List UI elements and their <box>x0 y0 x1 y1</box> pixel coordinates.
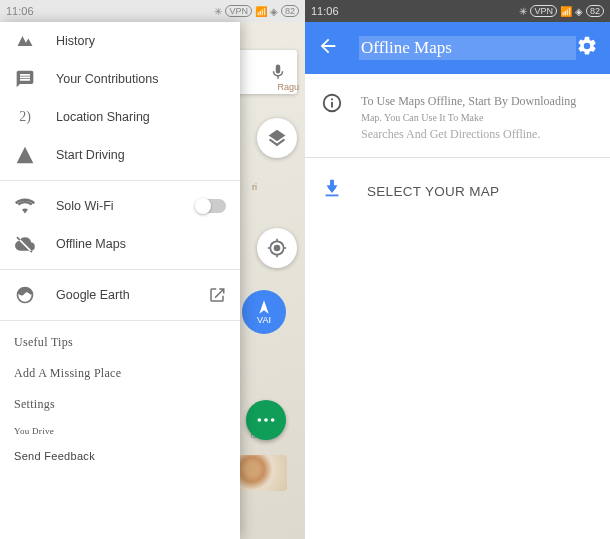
menu-settings[interactable]: Settings <box>0 389 240 420</box>
svg-point-0 <box>258 418 262 422</box>
google-earth-icon <box>14 284 36 306</box>
status-time: 11:06 <box>6 5 34 17</box>
svg-point-1 <box>264 418 268 422</box>
menu-label: Your Contributions <box>56 72 158 86</box>
menu-divider <box>0 269 240 270</box>
battery-indicator: 82 <box>281 5 299 17</box>
menu-contributions[interactable]: Your Contributions <box>0 60 240 98</box>
select-map-label: SELECT YOUR MAP <box>367 184 499 199</box>
driving-icon <box>14 144 36 166</box>
select-your-map-button[interactable]: SELECT YOUR MAP <box>305 158 610 224</box>
place-photo-thumbnail[interactable] <box>237 455 287 491</box>
menu-label: History <box>56 34 95 48</box>
menu-offline-maps[interactable]: Offline Maps <box>0 225 240 263</box>
navigation-drawer: History Your Contributions 2) Location S… <box>0 22 240 539</box>
status-time: 11:06 <box>311 5 339 17</box>
mic-icon[interactable] <box>269 63 287 81</box>
location-sharing-icon: 2) <box>14 106 36 128</box>
menu-divider <box>0 320 240 321</box>
menu-you-drive[interactable]: You Drive <box>0 420 240 442</box>
signal-icon: 📶 <box>255 6 267 17</box>
offline-maps-icon <box>14 233 36 255</box>
go-navigation-button[interactable]: VAI <box>242 290 286 334</box>
menu-add-missing-place[interactable]: Add A Missing Place <box>0 358 240 389</box>
menu-google-earth[interactable]: Google Earth <box>0 276 240 314</box>
status-bar-left: 11:06 ✳ VPN 📶 ◈ 82 <box>0 0 305 22</box>
info-line1: To Use Maps Offline, Start By Downloadin… <box>361 92 576 110</box>
more-fab-button[interactable] <box>246 400 286 440</box>
vpn-badge: VPN <box>530 5 557 17</box>
menu-history[interactable]: History <box>0 22 240 60</box>
back-button[interactable] <box>317 35 339 61</box>
info-icon <box>321 92 343 114</box>
info-text: To Use Maps Offline, Start By Downloadin… <box>361 92 576 143</box>
wifi-only-toggle[interactable] <box>196 199 226 213</box>
bluetooth-icon: ✳ <box>519 6 527 17</box>
menu-location-sharing[interactable]: 2) Location Sharing <box>0 98 240 136</box>
status-bar-right: 11:06 ✳ VPN 📶 ◈ 82 <box>305 0 610 22</box>
app-bar: Offline Maps <box>305 22 610 74</box>
history-icon <box>14 30 36 52</box>
info-line3: Searches And Get Directions Offline. <box>361 125 576 143</box>
menu-start-driving[interactable]: Start Driving <box>0 136 240 174</box>
map-place-label: Ragu <box>277 82 299 92</box>
menu-send-feedback[interactable]: Send Feedback <box>0 442 240 470</box>
wifi-icon: ◈ <box>575 6 583 17</box>
bluetooth-icon: ✳ <box>214 6 222 17</box>
menu-label: Google Earth <box>56 288 130 302</box>
launch-icon <box>208 286 226 304</box>
wifi-icon <box>14 195 36 217</box>
svg-point-2 <box>271 418 275 422</box>
signal-icon: 📶 <box>560 6 572 17</box>
menu-label: Location Sharing <box>56 110 150 124</box>
menu-useful-tips[interactable]: Useful Tips <box>0 327 240 358</box>
download-icon <box>321 178 345 204</box>
contributions-icon <box>14 68 36 90</box>
info-section: To Use Maps Offline, Start By Downloadin… <box>305 74 610 157</box>
menu-label: Start Driving <box>56 148 125 162</box>
menu-wifi-only[interactable]: Solo Wi-Fi <box>0 187 240 225</box>
vpn-badge: VPN <box>225 5 252 17</box>
settings-button[interactable] <box>576 35 598 61</box>
battery-indicator: 82 <box>586 5 604 17</box>
go-label: VAI <box>257 315 271 325</box>
layers-button[interactable] <box>257 118 297 158</box>
menu-label: Solo Wi-Fi <box>56 199 114 213</box>
wifi-icon: ◈ <box>270 6 278 17</box>
map-place-label: ri <box>252 182 257 192</box>
menu-divider <box>0 180 240 181</box>
info-line2: Map. You Can Use It To Make <box>361 110 576 125</box>
appbar-title: Offline Maps <box>359 36 576 60</box>
my-location-button[interactable] <box>257 228 297 268</box>
menu-label: Offline Maps <box>56 237 126 251</box>
